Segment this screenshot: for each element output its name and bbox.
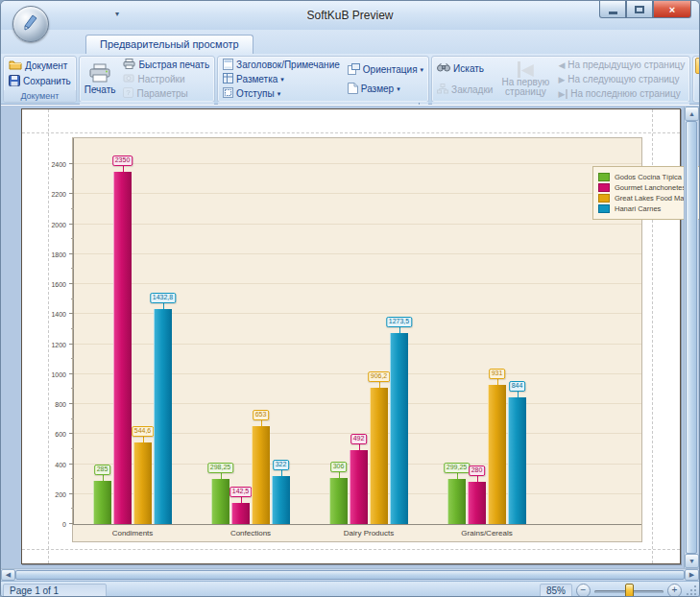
scroll-up-button[interactable]: ▲ bbox=[685, 107, 699, 121]
chart-grid: 2852350544,61432,8Condiments298,25142,56… bbox=[73, 138, 641, 525]
resize-grip[interactable] bbox=[686, 585, 697, 596]
legend-swatch bbox=[598, 173, 610, 181]
quick-print-icon bbox=[123, 59, 135, 71]
hand-tool-button[interactable] bbox=[695, 74, 700, 90]
search-button[interactable]: Искать bbox=[434, 61, 495, 76]
bar-group: 298,25142,5653322 bbox=[211, 138, 290, 524]
category-label: Condiments bbox=[70, 529, 195, 537]
category-label: Dairy Products bbox=[306, 529, 431, 537]
y-axis-minor-tick bbox=[71, 268, 74, 269]
y-axis-minor-tick bbox=[71, 508, 74, 509]
printer-icon bbox=[88, 63, 111, 85]
ribbon-group-print: Печать Быстрая печать Настройки ? Параме… bbox=[79, 56, 215, 103]
vertical-scrollbar[interactable]: ▲ ▼ bbox=[684, 107, 698, 568]
bar-slot: 299,25 bbox=[447, 138, 466, 524]
pointer-tool-button[interactable] bbox=[695, 58, 700, 74]
print-settings-button[interactable]: Настройки bbox=[120, 72, 212, 86]
value-label-connector bbox=[103, 475, 104, 481]
first-page-button[interactable]: ◀ На первую страницу bbox=[497, 58, 553, 101]
preview-area: 0200400600800100012001400160018002000220… bbox=[1, 105, 699, 568]
close-button[interactable]: × bbox=[653, 1, 691, 18]
dropdown-arrow-icon: ▾ bbox=[397, 85, 400, 93]
prev-page-button[interactable]: ◀ На предыдущую страницу bbox=[555, 58, 688, 72]
zoom-slider[interactable] bbox=[594, 584, 664, 597]
bar-condiments bbox=[133, 442, 152, 524]
scroll-left-button[interactable]: ◀ bbox=[1, 569, 15, 581]
page-size-icon bbox=[348, 83, 358, 96]
y-axis-tick-label: 0 bbox=[36, 520, 66, 529]
margin-guide-bottom bbox=[22, 549, 680, 550]
header-footer-button[interactable]: Заголовок/Примечание bbox=[220, 58, 343, 72]
ribbon-group-navigation: Искать Закладки ◀ На первую страницу ◀ Н… bbox=[431, 56, 690, 103]
bar-slot: 285 bbox=[93, 138, 111, 524]
value-label-connector bbox=[339, 472, 340, 478]
value-label: 306 bbox=[330, 462, 348, 472]
orientation-button[interactable]: Ориентация ▾ bbox=[345, 62, 426, 77]
y-axis-minor-tick bbox=[71, 179, 74, 179]
last-page-button[interactable]: ▶ На последнюю страницу bbox=[555, 86, 688, 101]
bar-dairy-products bbox=[390, 333, 408, 524]
save-button[interactable]: Сохранить bbox=[6, 74, 74, 88]
app-window: ▾ SoftKuB Preview × Предварительный прос… bbox=[0, 0, 700, 597]
chart-plot: 2852350544,61432,8Condiments298,25142,56… bbox=[72, 137, 642, 542]
legend-swatch bbox=[598, 183, 610, 192]
bar-slot: 844 bbox=[508, 138, 526, 524]
binoculars-icon bbox=[437, 62, 450, 74]
tab-print-preview[interactable]: Предварительный просмотр bbox=[85, 35, 253, 54]
maximize-button[interactable] bbox=[626, 1, 653, 18]
bar-condiments bbox=[113, 172, 132, 524]
dropdown-arrow-icon: ▾ bbox=[280, 76, 284, 84]
value-label-connector bbox=[261, 420, 262, 426]
y-axis-tick-label: 2200 bbox=[36, 190, 66, 199]
orientation-icon bbox=[348, 63, 360, 77]
y-axis-major-tick bbox=[69, 253, 74, 254]
bar-slot: 1432,8 bbox=[154, 138, 172, 524]
quick-print-button[interactable]: Быстрая печать bbox=[120, 58, 212, 72]
window-controls: × bbox=[599, 1, 691, 18]
question-icon: ? bbox=[123, 87, 133, 100]
margins-button[interactable]: Отступы ▾ bbox=[220, 86, 343, 101]
horizontal-scroll-thumb[interactable] bbox=[15, 570, 685, 580]
layout-button[interactable]: Разметка ▾ bbox=[220, 72, 343, 86]
bar-slot: 544,6 bbox=[133, 138, 152, 524]
y-axis-major-tick bbox=[69, 433, 74, 434]
bar-slot: 306 bbox=[329, 138, 348, 524]
size-button[interactable]: Размер ▾ bbox=[345, 82, 426, 96]
print-button[interactable]: Печать bbox=[82, 58, 119, 101]
bar-grains-cereals bbox=[447, 479, 466, 524]
zoom-slider-thumb[interactable] bbox=[625, 584, 634, 597]
value-label: 299,25 bbox=[444, 463, 470, 473]
scroll-right-button[interactable]: ▶ bbox=[685, 569, 699, 581]
minimize-icon bbox=[609, 12, 617, 14]
settings-icon bbox=[123, 73, 134, 85]
application-orb-button[interactable] bbox=[12, 6, 49, 42]
zoom-in-slider-button[interactable]: + bbox=[667, 584, 682, 597]
zoom-out-slider-button[interactable]: − bbox=[576, 584, 591, 597]
document-button[interactable]: Документ bbox=[6, 59, 74, 73]
value-label: 544,6 bbox=[132, 426, 155, 437]
legend-swatch bbox=[598, 194, 610, 203]
minimize-button[interactable] bbox=[599, 1, 626, 18]
bar-slot: 298,25 bbox=[211, 138, 229, 524]
y-axis-minor-tick bbox=[71, 478, 74, 479]
y-axis-tick-label: 1600 bbox=[36, 280, 66, 289]
maximize-icon bbox=[635, 6, 644, 13]
vertical-scroll-thumb[interactable] bbox=[686, 121, 697, 554]
y-axis-minor-tick bbox=[71, 448, 74, 449]
print-options-button[interactable]: ? Параметры bbox=[120, 86, 212, 101]
bar-grains-cereals bbox=[488, 385, 506, 524]
value-label-connector bbox=[477, 476, 478, 482]
next-page-button[interactable]: ▶ На следующую страницу bbox=[555, 72, 688, 86]
title-bar: ▾ SoftKuB Preview × bbox=[1, 1, 699, 30]
y-axis-tick-label: 2000 bbox=[36, 221, 66, 229]
bar-grains-cereals bbox=[508, 397, 526, 524]
bookmarks-button[interactable]: Закладки bbox=[434, 83, 495, 97]
margins-icon bbox=[223, 87, 233, 100]
y-axis-tick-label: 1200 bbox=[36, 341, 66, 349]
quick-access-toolbar-dropdown[interactable]: ▾ bbox=[110, 8, 124, 21]
bar-grains-cereals bbox=[468, 482, 486, 524]
horizontal-scrollbar[interactable]: ◀ ▶ bbox=[1, 568, 699, 581]
scroll-down-button[interactable]: ▼ bbox=[685, 554, 699, 568]
bar-dairy-products bbox=[329, 478, 348, 524]
bar-slot: 322 bbox=[272, 138, 290, 524]
